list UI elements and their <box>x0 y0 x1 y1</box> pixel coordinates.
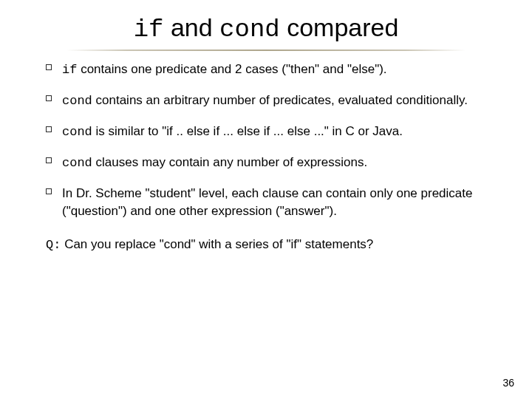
question-line: Q: Can you replace "cond" with a series … <box>0 236 532 254</box>
slide-title: if and cond compared <box>0 0 532 48</box>
square-bullet-icon <box>46 95 52 101</box>
bullet-item: if contains one predicate and 2 cases ("… <box>62 61 492 79</box>
title-mid: and <box>163 13 219 41</box>
bullet-item: In Dr. Scheme "student" level, each clau… <box>62 185 492 220</box>
title-code-if: if <box>134 16 164 44</box>
bullet-code: cond <box>62 125 92 139</box>
title-underline <box>66 50 466 51</box>
bullet-text: contains one predicate and 2 cases ("the… <box>77 62 386 76</box>
bullet-text: contains an arbitrary number of predicat… <box>92 93 468 107</box>
bullet-code: cond <box>62 156 92 170</box>
square-bullet-icon <box>46 188 52 194</box>
bullet-text: In Dr. Scheme "student" level, each clau… <box>62 186 472 218</box>
bullet-text: clauses may contain any number of expres… <box>92 155 367 169</box>
bullet-code: if <box>62 63 77 77</box>
bullet-code: cond <box>62 94 92 108</box>
title-tail: compared <box>280 13 399 41</box>
slide-body: if contains one predicate and 2 cases ("… <box>0 61 532 220</box>
question-label: Q: <box>46 238 61 252</box>
title-code-cond: cond <box>219 16 280 44</box>
square-bullet-icon <box>46 157 52 163</box>
page-number: 36 <box>502 377 514 389</box>
bullet-item: cond contains an arbitrary number of pre… <box>62 92 492 110</box>
slide: if and cond compared if contains one pre… <box>0 0 532 399</box>
bullet-text: is similar to "if .. else if ... else if… <box>92 124 403 138</box>
bullet-item: cond is similar to "if .. else if ... el… <box>62 123 492 141</box>
square-bullet-icon <box>46 126 52 132</box>
bullet-item: cond clauses may contain any number of e… <box>62 154 492 172</box>
square-bullet-icon <box>46 64 52 70</box>
question-text: Can you replace "cond" with a series of … <box>64 237 373 251</box>
